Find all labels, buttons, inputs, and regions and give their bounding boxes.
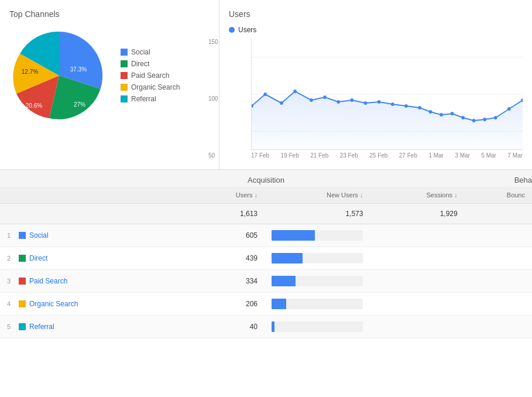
table-row: 5 Referral 40 xyxy=(0,316,532,338)
svg-point-22 xyxy=(391,102,394,106)
svg-rect-36 xyxy=(19,278,26,285)
svg-point-16 xyxy=(310,98,313,102)
direct-channel-name[interactable]: Direct xyxy=(29,254,47,262)
direct-sessions xyxy=(370,247,464,270)
svg-rect-4 xyxy=(121,49,128,56)
svg-point-28 xyxy=(461,116,465,119)
paid-search-channel-name[interactable]: Paid Search xyxy=(29,277,67,285)
row-direct-channel: 2 Direct xyxy=(0,247,190,270)
legend-referral: Referral xyxy=(121,95,180,103)
referral-bounce xyxy=(465,316,532,338)
organic-search-channel-name[interactable]: Organic Search xyxy=(29,300,78,308)
y-label-100: 100 xyxy=(208,95,218,102)
referral-users: 40 xyxy=(190,316,265,338)
totals-bounce xyxy=(465,204,532,224)
behavior-title: Beha xyxy=(514,176,532,184)
row-social-channel: 1 Social xyxy=(0,224,190,247)
users-dot xyxy=(229,27,235,33)
svg-point-32 xyxy=(507,107,511,111)
paid-search-users: 334 xyxy=(190,270,265,293)
row-paid-search-channel: 3 Paid Search xyxy=(0,270,190,293)
svg-rect-35 xyxy=(19,255,26,262)
col-header-channel xyxy=(0,187,190,204)
table-row: 4 Organic Search 206 xyxy=(0,293,532,316)
row-referral-channel: 5 Referral xyxy=(0,316,190,338)
x-label-4: 25 Feb xyxy=(369,152,387,159)
row-num-3: 3 xyxy=(7,278,15,285)
row-num-5: 5 xyxy=(7,323,15,330)
svg-point-17 xyxy=(323,95,327,99)
x-label-1: 19 Feb xyxy=(281,152,299,159)
users-panel: Users Users 150 100 50 xyxy=(219,0,532,169)
legend-paid-search: Paid Search xyxy=(121,71,180,80)
col-header-bounce[interactable]: Bounc xyxy=(465,187,532,204)
top-channels-panel: Top Channels 37.3% 27% 20.6% xyxy=(0,0,219,169)
acquisition-title-text: Acquisition xyxy=(248,176,284,184)
direct-bounce xyxy=(465,247,532,270)
svg-point-19 xyxy=(351,98,354,102)
social-channel-name[interactable]: Social xyxy=(29,231,49,239)
totals-channel xyxy=(0,204,190,224)
section-header: Acquisition Beha xyxy=(0,170,532,187)
line-chart xyxy=(251,39,523,150)
svg-text:37.3%: 37.3% xyxy=(70,66,87,73)
social-sessions xyxy=(370,224,464,247)
svg-point-26 xyxy=(440,113,443,117)
totals-users: 1,613 xyxy=(190,204,265,224)
svg-rect-38 xyxy=(19,323,26,330)
row-num-1: 1 xyxy=(7,232,15,239)
chart-area: 37.3% 27% 20.6% 12.7% Social Direct Pai xyxy=(9,26,210,125)
col-header-sessions[interactable]: Sessions xyxy=(370,187,464,204)
svg-point-15 xyxy=(293,90,297,93)
svg-point-25 xyxy=(429,110,433,114)
svg-point-24 xyxy=(418,106,421,109)
svg-text:20.6%: 20.6% xyxy=(26,102,42,109)
acquisition-table: Users New Users Sessions Bounc 1,613 1,5… xyxy=(0,187,532,338)
organic-search-users: 206 xyxy=(190,293,265,316)
svg-rect-8 xyxy=(121,95,128,102)
pie-chart: 37.3% 27% 20.6% 12.7% xyxy=(9,26,109,125)
referral-sessions xyxy=(370,316,464,338)
top-channels-title: Top Channels xyxy=(9,9,210,19)
referral-channel-name[interactable]: Referral xyxy=(29,323,54,331)
svg-rect-6 xyxy=(121,72,128,79)
svg-text:27%: 27% xyxy=(74,101,85,108)
referral-color-dot xyxy=(19,323,26,330)
referral-new-users-bar xyxy=(265,316,370,338)
svg-point-27 xyxy=(451,112,454,115)
y-label-150: 150 xyxy=(208,39,218,45)
svg-rect-7 xyxy=(121,84,128,91)
chart-legend: Social Direct Paid Search Organic Search… xyxy=(121,48,180,103)
x-label-0: 17 Feb xyxy=(251,152,269,159)
x-label-5: 27 Feb xyxy=(399,152,417,159)
col-header-new-users[interactable]: New Users xyxy=(265,187,370,204)
x-label-6: 1 Mar xyxy=(428,152,444,159)
direct-users: 439 xyxy=(190,247,265,270)
svg-point-29 xyxy=(472,119,476,122)
organic-search-sessions xyxy=(370,293,464,316)
x-label-9: 7 Mar xyxy=(507,152,523,159)
svg-point-31 xyxy=(494,116,497,119)
direct-new-users-bar xyxy=(265,247,370,270)
row-num-2: 2 xyxy=(7,255,15,262)
legend-direct: Direct xyxy=(121,60,180,68)
acquisition-section-title: Acquisition xyxy=(9,176,523,184)
social-new-users-bar xyxy=(265,224,370,247)
paid-search-new-users-bar xyxy=(265,270,370,293)
svg-point-13 xyxy=(263,93,267,96)
svg-rect-5 xyxy=(121,60,128,67)
svg-text:12.7%: 12.7% xyxy=(22,69,38,75)
bottom-section: Acquisition Beha Users New Users Session… xyxy=(0,170,532,338)
table-row: 1 Social 605 xyxy=(0,224,532,247)
totals-sessions: 1,929 xyxy=(370,204,464,224)
social-color-dot xyxy=(19,232,26,239)
users-legend-label: Users xyxy=(238,26,256,34)
x-label-7: 3 Mar xyxy=(455,152,470,159)
col-header-users[interactable]: Users xyxy=(190,187,265,204)
svg-point-23 xyxy=(404,104,408,108)
svg-point-30 xyxy=(483,118,486,121)
legend-social: Social xyxy=(121,48,180,56)
svg-point-18 xyxy=(337,100,340,104)
users-legend: Users xyxy=(229,26,523,34)
svg-point-14 xyxy=(280,101,283,105)
